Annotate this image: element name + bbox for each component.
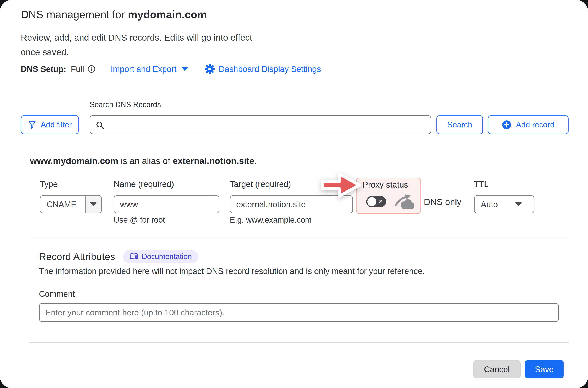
page-subtitle: Review, add, and edit DNS records. Edits… xyxy=(21,30,259,59)
target-label: Target (required) xyxy=(230,179,291,189)
import-export-label: Import and Export xyxy=(110,64,176,74)
add-filter-button[interactable]: Add filter xyxy=(21,115,79,134)
dns-setup-label: DNS Setup: xyxy=(21,64,66,74)
type-select-arrow-segment[interactable] xyxy=(85,196,101,213)
page-title-text: DNS management for xyxy=(21,8,128,21)
add-record-label: Add record xyxy=(516,121,554,129)
search-dns-records-label: Search DNS Records xyxy=(90,100,161,109)
add-filter-label: Add filter xyxy=(41,121,72,129)
gear-icon xyxy=(205,64,215,74)
ttl-select-arrow-zone xyxy=(515,196,534,213)
record-attributes-description: The information provided here will not i… xyxy=(39,267,425,276)
search-button[interactable]: Search xyxy=(436,115,483,134)
name-input[interactable] xyxy=(114,195,219,214)
ttl-select-value: Auto xyxy=(475,196,515,213)
add-record-button[interactable]: Add record xyxy=(488,115,568,134)
comment-input[interactable] xyxy=(39,303,559,322)
dns-management-panel: DNS management for mydomain.com Review, … xyxy=(0,0,588,388)
alias-banner: www.mydomain.com is an alias of external… xyxy=(30,156,257,166)
ttl-select[interactable]: Auto xyxy=(474,195,534,214)
documentation-badge[interactable]: Documentation xyxy=(123,250,198,263)
dns-setup-row: DNS Setup: Full Import and Export xyxy=(21,64,321,74)
import-export-button[interactable]: Import and Export xyxy=(110,64,188,74)
alias-source: www.mydomain.com xyxy=(30,156,118,166)
toggle-knob xyxy=(367,197,376,206)
proxy-status-highlight-box: Proxy status ✕ xyxy=(356,178,421,214)
proxy-status-controls: ✕ xyxy=(366,193,420,210)
caret-down-icon xyxy=(515,202,522,206)
type-select-value: CNAME xyxy=(40,196,85,213)
alias-suffix: . xyxy=(254,156,257,166)
toggle-off-x-icon: ✕ xyxy=(378,196,383,207)
name-hint: Use @ for root xyxy=(114,216,165,224)
page-title: DNS management for mydomain.com xyxy=(21,8,207,21)
alias-middle-text: is an alias of xyxy=(118,156,173,166)
comment-label: Comment xyxy=(39,289,75,299)
search-button-label: Search xyxy=(447,121,472,129)
red-annotation-arrow xyxy=(320,170,363,201)
info-icon xyxy=(87,65,96,73)
caret-down-icon xyxy=(90,202,97,206)
proxy-toggle[interactable]: ✕ xyxy=(366,196,386,207)
search-icon xyxy=(96,121,105,130)
type-label: Type xyxy=(40,179,58,189)
plus-circle-icon xyxy=(502,120,511,130)
open-book-icon xyxy=(130,253,138,260)
dns-only-cloud-icon xyxy=(394,193,417,210)
alias-target: external.notion.site xyxy=(173,156,254,166)
record-attributes-header: Record Attributes Documentation xyxy=(39,250,198,263)
ttl-label: TTL xyxy=(474,179,489,189)
search-input[interactable] xyxy=(108,116,428,134)
search-input-container xyxy=(90,115,431,134)
dns-setup-info-button[interactable] xyxy=(87,65,96,73)
type-select[interactable]: CNAME xyxy=(40,195,102,214)
filter-funnel-icon xyxy=(28,121,36,129)
page-title-domain: mydomain.com xyxy=(128,8,207,21)
cancel-button[interactable]: Cancel xyxy=(473,360,521,378)
name-label: Name (required) xyxy=(114,179,174,189)
proxy-status-label: Proxy status xyxy=(363,180,420,190)
target-hint: E.g. www.example.com xyxy=(230,216,312,224)
footer-divider xyxy=(29,342,568,343)
dashboard-display-settings-label: Dashboard Display Settings xyxy=(219,64,321,74)
section-divider xyxy=(29,237,568,237)
chevron-down-icon xyxy=(182,67,188,71)
dashboard-display-settings-link[interactable]: Dashboard Display Settings xyxy=(205,64,321,74)
documentation-badge-label: Documentation xyxy=(142,252,192,261)
dns-setup-value: Full xyxy=(71,64,84,74)
proxy-state-text: DNS only xyxy=(424,197,461,207)
record-attributes-heading: Record Attributes xyxy=(39,251,115,262)
save-button[interactable]: Save xyxy=(525,360,564,378)
